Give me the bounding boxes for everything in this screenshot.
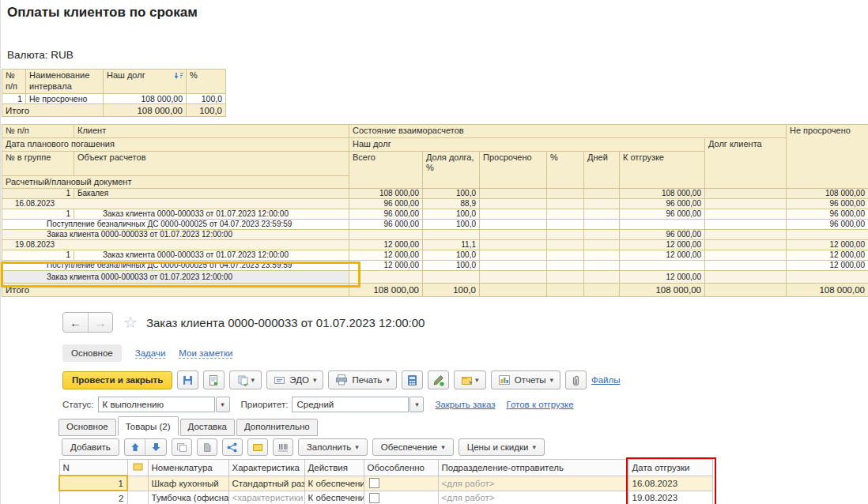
detail-col-total[interactable]: Всего: [349, 151, 423, 189]
detail-col-document[interactable]: Расчетный/плановый документ: [2, 175, 349, 189]
share-button[interactable]: [222, 438, 243, 456]
priority-select[interactable]: Средний: [292, 397, 409, 412]
item-cell-nomenclature[interactable]: Тумбочка (офисная меб...: [148, 491, 228, 504]
detail-row[interactable]: 19.08.202312 000,0011,112 000,0012 000,0…: [2, 240, 868, 250]
summary-col-our-debt[interactable]: Наш долг: [104, 70, 187, 94]
item-cell-nomenclature[interactable]: Шкаф кухонный: [148, 476, 228, 491]
attachments-button[interactable]: [565, 370, 587, 389]
ready-to-ship-link[interactable]: Готов к отгрузке: [506, 400, 573, 409]
summary-cell-percent: 100,0: [187, 94, 226, 104]
summary-col-percent[interactable]: %: [187, 70, 226, 94]
move-up-button[interactable]: [125, 439, 145, 455]
favorite-star-icon[interactable]: ☆: [123, 314, 138, 330]
item-cell-characteristic[interactable]: <характеристики не исп...: [228, 491, 304, 504]
tab-delivery[interactable]: Доставка: [180, 419, 235, 436]
reports-button[interactable]: Отчеты ▾: [491, 370, 560, 389]
copy-button[interactable]: ▾: [229, 370, 262, 389]
copy-row-button[interactable]: [172, 438, 192, 456]
delete-row-button[interactable]: [197, 438, 217, 456]
folder-button[interactable]: [247, 438, 268, 456]
item-cell-department[interactable]: <для работ>: [438, 476, 628, 491]
item-cell-characteristic[interactable]: Стандартный размер: [228, 476, 304, 491]
summary-row[interactable]: 1 Не просрочено 108 000,00 100,0: [2, 94, 226, 104]
summary-col-num[interactable]: № п/п: [2, 70, 26, 94]
detail-row[interactable]: 1Бакалея108 000,00100,0108 000,00108 000…: [2, 189, 868, 199]
items-col-actions[interactable]: Действия: [304, 460, 364, 476]
currency-label: Валюта: RUB: [7, 49, 74, 61]
items-col-ship-date[interactable]: Дата отгрузки: [628, 460, 712, 476]
detail-col-our-debt[interactable]: Наш долг: [349, 137, 705, 151]
create-based-on-button[interactable]: ▾: [454, 370, 486, 389]
detail-col-client-debt[interactable]: Долг клиента: [705, 137, 787, 189]
fill-button[interactable]: Заполнить ▾: [298, 438, 368, 456]
detail-row[interactable]: Поступление безналичных ДС 0000-000025 о…: [2, 220, 868, 230]
detail-row[interactable]: Поступление безналичных ДС 0000-000025 о…: [2, 261, 868, 271]
move-down-button[interactable]: [145, 439, 166, 455]
detail-col-planned-date[interactable]: Дата планового погашения: [2, 137, 349, 151]
post-document-button[interactable]: [203, 370, 225, 389]
detail-col-overdue[interactable]: Просрочено: [480, 151, 547, 189]
detail-total-label: Итого: [2, 284, 349, 297]
tab-general[interactable]: Основное: [58, 419, 116, 436]
priority-dropdown-button[interactable]: ▾: [409, 397, 424, 412]
item-cell-ship-date[interactable]: 16.08.2023: [628, 476, 712, 491]
tab-goods[interactable]: Товары (2): [118, 416, 179, 436]
detail-col-settlement-object[interactable]: Объект расчетов: [74, 151, 349, 175]
item-cell-action[interactable]: К обеспечению: [304, 491, 364, 504]
items-col-n[interactable]: N: [59, 460, 127, 476]
print-button[interactable]: Печать ▾: [328, 370, 396, 389]
item-cell-n[interactable]: 2: [59, 491, 127, 504]
detail-cell-value: [705, 271, 787, 284]
detail-row[interactable]: 1Заказ клиента 0000-000033 от 01.07.2023…: [2, 250, 868, 261]
status-select[interactable]: К выполнению: [98, 397, 215, 412]
items-table: N Номенклатура Характеристика Действия О…: [58, 459, 713, 504]
detail-col-num[interactable]: № п/п: [2, 125, 74, 138]
item-row[interactable]: 1Шкаф кухонныйСтандартный размерК обеспе…: [59, 476, 712, 491]
detail-col-to-ship[interactable]: К отгрузке: [620, 151, 705, 189]
save-button[interactable]: [177, 370, 198, 389]
detail-col-not-overdue[interactable]: Не просрочено: [787, 125, 868, 189]
items-col-department[interactable]: Подразделение-отправитель: [438, 460, 628, 476]
summary-col-interval[interactable]: Наименование интервала: [26, 70, 104, 94]
detail-row[interactable]: Заказ клиента 0000-000033 от 01.07.2023 …: [2, 271, 868, 284]
signature-button[interactable]: [428, 370, 449, 389]
items-col-nomenclature[interactable]: Номенклатура: [148, 460, 228, 476]
status-dropdown-button[interactable]: ▾: [216, 397, 230, 412]
detail-cell-value: [705, 209, 787, 220]
detail-row[interactable]: 1Заказ клиента 0000-000033 от 01.07.2023…: [2, 209, 868, 220]
items-col-separate[interactable]: Обособленно: [364, 460, 438, 476]
detail-cell-value: 100,0: [423, 250, 480, 261]
detail-col-days[interactable]: Дней: [584, 151, 620, 189]
post-and-close-button[interactable]: Провести и закрыть: [62, 371, 172, 389]
tab-main[interactable]: Основное: [62, 344, 122, 362]
item-cell-n[interactable]: 1: [59, 476, 127, 491]
barcode-scanner-button[interactable]: [273, 438, 293, 456]
detail-col-overdue-pct[interactable]: %: [547, 151, 584, 189]
detail-col-settlement-state[interactable]: Состояние взаиморасчетов: [349, 125, 787, 138]
item-cell-ship-date[interactable]: 19.08.2023: [628, 491, 712, 504]
forward-button[interactable]: →: [88, 313, 112, 332]
checkbox[interactable]: [369, 493, 379, 503]
detail-col-client[interactable]: Клиент: [74, 125, 349, 138]
item-cell-action[interactable]: К обеспечению: [304, 476, 364, 491]
prices-discounts-button[interactable]: Цены и скидки ▾: [459, 438, 545, 456]
items-col-group[interactable]: [127, 460, 148, 476]
detail-row[interactable]: Заказ клиента 0000-000033 от 01.07.2023 …: [2, 230, 868, 240]
item-cell-department[interactable]: <для работ>: [438, 491, 628, 504]
close-order-link[interactable]: Закрыть заказ: [435, 400, 495, 409]
tab-tasks[interactable]: Задачи: [135, 348, 166, 359]
back-button[interactable]: ←: [63, 313, 88, 332]
calculator-button[interactable]: [402, 370, 423, 389]
edo-button[interactable]: ЭДО ▾: [266, 370, 323, 389]
detail-col-num-in-group[interactable]: № в группе: [2, 151, 74, 175]
tab-additional[interactable]: Дополнительно: [236, 419, 318, 436]
supply-button[interactable]: Обеспечение ▾: [372, 438, 454, 456]
checkbox[interactable]: [369, 478, 379, 488]
items-col-characteristic[interactable]: Характеристика: [228, 460, 304, 476]
tab-my-notes[interactable]: Мои заметки: [179, 348, 232, 359]
detail-col-debt-share[interactable]: Доля долга, %: [423, 151, 480, 189]
files-link[interactable]: Файлы: [591, 375, 621, 385]
add-button[interactable]: Добавить: [62, 438, 119, 456]
item-row[interactable]: 2Тумбочка (офисная меб...<характеристики…: [59, 491, 712, 504]
detail-row[interactable]: 16.08.202396 000,0088,996 000,0096 000,0…: [2, 199, 868, 209]
